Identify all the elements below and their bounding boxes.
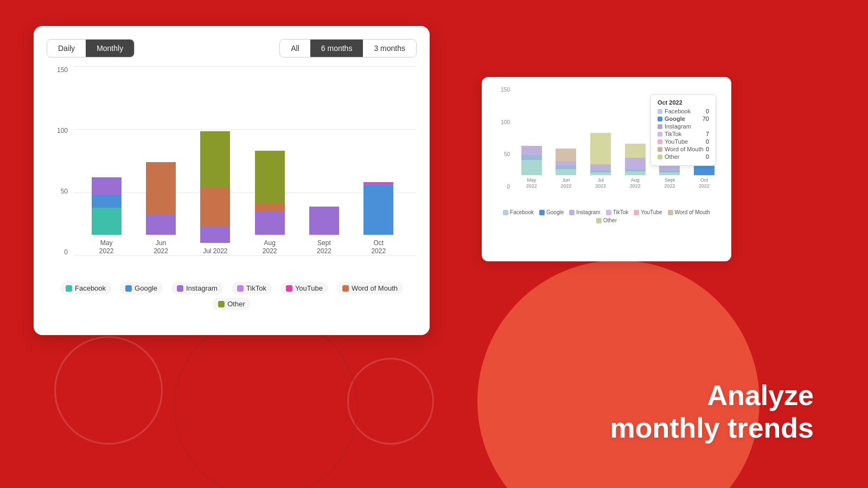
tooltip-dot [658,109,662,114]
bar-segment-instagram [200,226,230,243]
tooltip-value: 0 [706,146,709,152]
analyze-line2: monthly trends [610,412,814,445]
mini-legend-item: Other [596,217,617,223]
legend-dot-youtube [286,285,292,292]
tooltip-row: TikTok7 [658,131,709,137]
mini-legend-label: Google [546,209,564,215]
mini-segment [590,164,611,170]
mini-segment [625,144,646,158]
mini-legend-item: Facebook [503,209,534,215]
main-chart-card: Daily Monthly All 6 months 3 months 1501… [34,26,430,335]
bar-label: Oct 2022 [371,239,386,256]
mini-segment [659,172,680,175]
tooltip-label: Other [665,153,704,160]
chart-toolbar: Daily Monthly All 6 months 3 months [47,39,417,57]
mini-bar-group: Jul 2022 [590,87,611,190]
mini-legend-dot [503,210,508,215]
bar-segment-other [255,151,285,203]
bar-group: Jun 2022 [146,66,176,256]
tooltip-row: Google70 [658,115,709,122]
bar-label: Jun 2022 [154,239,168,256]
legend-dot-tiktok [237,285,244,292]
stacked-bar [309,207,339,235]
tooltip-value: 70 [703,115,709,122]
y-label: 50 [61,188,68,195]
mini-legend-dot [668,210,673,215]
bars-container: May 2022Jun 2022Jul 2022Aug 2022Sept 202… [74,66,411,256]
mini-segment [521,160,542,175]
bar-group: Sept 2022 [309,66,339,256]
analyze-line1: Analyze [610,380,814,412]
tooltip-row: Other0 [658,153,709,160]
stacked-bar [146,162,176,234]
mini-bar-label: Aug 2022 [630,177,641,190]
monthly-button[interactable]: Monthly [86,40,134,57]
mini-segment [521,146,542,155]
mini-bar-label: Oct 2022 [699,177,710,190]
legend-label-facebook: Facebook [75,284,106,292]
legend-label-tiktok: TikTok [246,284,266,292]
bar-segment-google [92,195,122,207]
tooltip-dot [658,124,662,129]
mini-legend-item: Word of Mouth [668,209,710,215]
three-months-button[interactable]: 3 months [363,40,416,57]
mini-segment [625,158,646,169]
mini-y-axis: 150100500 [492,87,512,190]
mini-y-label: 100 [501,119,510,125]
tooltip-label: YouTube [665,138,704,145]
bar-segment-wordofmouth [146,162,176,215]
bar-segment-facebook [92,208,122,235]
mini-segment [556,161,576,166]
legend-label-instagram: Instagram [186,284,218,292]
six-months-button[interactable]: 6 months [310,40,363,57]
mini-stacked-bar [556,149,576,175]
bar-group: Aug 2022 [255,66,285,256]
tooltip-value: 0 [706,108,709,114]
bar-label: May 2022 [99,239,114,256]
tooltip-label: Google [665,115,700,122]
bar-segment-instagram [146,215,176,235]
mini-bar-label: Jun 2022 [560,177,571,190]
mini-stacked-bar [625,144,646,175]
bar-label: Aug 2022 [263,239,277,256]
legend-label-youtube: YouTube [295,284,323,292]
y-label: 0 [64,248,68,256]
mini-legend-dot [634,210,639,215]
daily-button[interactable]: Daily [47,40,86,57]
mini-legend-item: Google [539,209,564,215]
legend-label-other: Other [227,300,245,308]
tooltip-value: 0 [706,138,709,145]
tooltip-dot [658,155,662,159]
mini-stacked-bar [521,146,542,175]
legend-item-google: Google [120,282,163,294]
stacked-bar [363,182,393,235]
bar-segment-google [363,185,393,235]
legend-dot-instagram [177,285,183,292]
bar-segment-instagram [92,177,122,195]
mini-legend-dot [596,218,602,223]
bg-arc [174,314,358,488]
mini-y-label: 150 [501,87,510,93]
mini-segment [590,172,611,175]
tooltip-dot [658,132,662,137]
legend-item-facebook: Facebook [60,282,111,294]
mini-segment [625,171,646,175]
legend-dot-facebook [66,285,72,292]
tooltip-row: Facebook0 [658,108,709,114]
secondary-chart-card: 150100500 May 2022Jun 2022Jul 2022Aug 20… [482,77,731,261]
tooltip-dot [658,117,662,121]
tooltip-label: Facebook [665,108,704,114]
bar-segment-other [200,131,230,188]
tooltip-title: Oct 2022 [658,99,709,106]
tooltip-value: 7 [706,131,709,137]
bar-segment-instagram [255,211,285,235]
legend-item-other: Other [213,298,251,310]
mini-y-label: 0 [507,184,510,190]
legend-dot-google [125,285,132,292]
bg-circle-1 [54,336,163,445]
mini-legend-label: YouTube [641,209,662,215]
bg-oval [477,260,760,488]
tooltip-row: YouTube0 [658,138,709,145]
all-button[interactable]: All [280,40,310,57]
mini-bar-group: Jun 2022 [556,87,576,190]
